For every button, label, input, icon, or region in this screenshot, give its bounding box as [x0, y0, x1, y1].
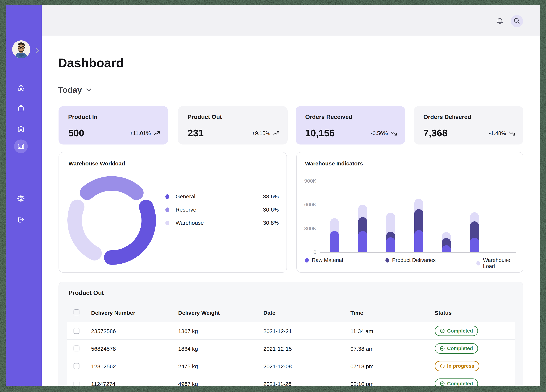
- trend-down-icon: [509, 131, 515, 136]
- legend-item-warehouse-load: Warehouse Load: [476, 257, 523, 269]
- warehouse-workload-card: Warehouse Workload General38.6%Reserve30…: [58, 152, 287, 273]
- row-checkbox[interactable]: [73, 346, 79, 352]
- cell-date: 2021-11-26: [263, 381, 291, 386]
- legend-dot: [165, 208, 169, 212]
- legend-label: Warehouse: [176, 220, 204, 226]
- sidebar-expand-button[interactable]: [35, 47, 40, 54]
- bar-raw-material-group-2: [358, 231, 367, 253]
- y-tick-label: 300K: [297, 226, 316, 232]
- stat-card-orders-received: Orders Received10,156-0.56%: [296, 106, 405, 144]
- stat-label: Orders Delivered: [423, 114, 471, 120]
- date-filter-label: Today: [58, 85, 82, 95]
- row-checkbox[interactable]: [73, 363, 79, 369]
- stat-value: 500: [68, 127, 84, 138]
- status-badge-completed: Completed: [435, 343, 478, 354]
- check-circle-icon: [440, 346, 445, 351]
- donut-segment-reserve: [87, 183, 136, 193]
- cell-delivery-number: 11247274: [91, 381, 115, 386]
- cell-date: 2021-12-15: [263, 346, 292, 352]
- table-row: 112472744967 kg2021-11-2602:10 pmComplet…: [67, 375, 515, 386]
- sidebar-item-categories[interactable]: [17, 84, 25, 91]
- y-tick-label: 0: [297, 249, 316, 255]
- legend-value: 38.6%: [263, 193, 279, 200]
- legend-value: 30.8%: [263, 220, 279, 226]
- sidebar: [6, 5, 42, 386]
- stat-label: Orders Received: [305, 114, 352, 120]
- stat-label: Product Out: [188, 114, 222, 120]
- date-filter-dropdown[interactable]: Today: [58, 85, 91, 95]
- legend-label: Product Delivaries: [392, 257, 436, 263]
- stat-value: 7,368: [423, 127, 448, 138]
- row-checkbox[interactable]: [73, 381, 79, 386]
- cell-date: 2021-12-21: [263, 328, 292, 334]
- legend-label: Warehouse Load: [483, 257, 523, 269]
- legend-dot: [165, 194, 169, 199]
- user-avatar[interactable]: [12, 40, 30, 58]
- sidebar-item-warehouse[interactable]: [17, 125, 25, 132]
- sidebar-item-logout[interactable]: [17, 216, 25, 223]
- sidebar-item-orders[interactable]: [17, 104, 25, 112]
- bar-raw-material-group-1: [330, 231, 339, 253]
- chevron-right-icon: [35, 47, 40, 54]
- table-row: 235725861367 kg2021-12-2111:34 amComplet…: [67, 322, 515, 340]
- shopping-bag-icon: [17, 104, 25, 112]
- stat-value: 231: [188, 127, 204, 138]
- stat-card-orders-delivered: Orders Delivered7,368-1.48%: [414, 106, 523, 144]
- stat-delta: +9.15%: [252, 130, 280, 136]
- page-title: Dashboard: [58, 56, 124, 70]
- table-row: 568245781834 kg2021-12-1507:38 amComplet…: [67, 340, 515, 357]
- logout-icon: [17, 216, 25, 223]
- legend-value: 30.6%: [263, 207, 279, 213]
- chevron-down-icon: [86, 88, 91, 92]
- workload-card-title: Warehouse Workload: [69, 160, 125, 167]
- legend-label: Reserve: [176, 207, 196, 213]
- gridline-900K: [320, 181, 516, 181]
- cell-delivery-number: 56824578: [91, 346, 116, 352]
- column-header-status: Status: [435, 310, 452, 316]
- sidebar-item-settings[interactable]: [17, 195, 25, 202]
- legend-dot: [476, 261, 480, 266]
- legend-dot: [385, 258, 389, 262]
- status-badge-in_progress: In progress: [435, 361, 479, 371]
- cell-date: 2021-12-08: [263, 363, 292, 370]
- search-icon: [511, 15, 523, 27]
- workload-legend: General38.6%Reserve30.6%Warehouse30.8%: [165, 193, 279, 232]
- notifications-button[interactable]: [496, 17, 504, 25]
- app-window: Dashboard Today Product In500+11.01%Prod…: [6, 5, 540, 386]
- donut-segment-general: [111, 207, 149, 257]
- column-header-delivery-number: Delivery Number: [91, 310, 135, 316]
- bar-chart-icon: [17, 143, 25, 150]
- workload-donut-chart: [67, 176, 156, 265]
- table-body: 235725861367 kg2021-12-2111:34 amComplet…: [67, 322, 515, 386]
- check-circle-icon: [440, 381, 445, 386]
- avatar-image: [12, 40, 30, 58]
- search-button[interactable]: [511, 15, 523, 27]
- trend-down-icon: [390, 131, 397, 136]
- check-circle-icon: [440, 328, 445, 333]
- product-out-table-card: Product Out Delivery Number Delivery Wei…: [58, 281, 523, 386]
- table-title: Product Out: [69, 289, 104, 296]
- cell-delivery-weight: 4967 kg: [178, 381, 198, 386]
- gridline-0: [320, 252, 516, 253]
- trend-up-icon: [273, 131, 280, 136]
- y-tick-label: 600K: [297, 202, 316, 208]
- cell-delivery-number: 12312562: [91, 363, 116, 370]
- stat-delta: -0.56%: [371, 130, 397, 136]
- bell-icon: [496, 17, 504, 25]
- stat-card-product-in: Product In500+11.01%: [58, 106, 168, 144]
- cell-time: 07:13 pm: [351, 363, 374, 370]
- select-all-checkbox[interactable]: [73, 309, 79, 315]
- donut-segment-warehouse: [75, 207, 95, 253]
- status-badge-completed: Completed: [435, 326, 478, 336]
- legend-item-raw-material: Raw Material: [305, 257, 343, 263]
- column-header-time: Time: [351, 310, 363, 316]
- sidebar-item-dashboard[interactable]: [17, 143, 25, 150]
- cell-time: 07:38 am: [351, 346, 374, 352]
- bar-raw-material-group-3: [386, 237, 395, 252]
- cell-time: 11:34 am: [351, 328, 373, 334]
- settings-gear-icon: [17, 195, 25, 202]
- table-row: 123125622475 kg2021-12-0807:13 pmIn prog…: [67, 357, 515, 375]
- cell-delivery-weight: 1834 kg: [178, 346, 198, 352]
- row-checkbox[interactable]: [73, 328, 79, 334]
- cell-time: 02:10 pm: [351, 381, 374, 386]
